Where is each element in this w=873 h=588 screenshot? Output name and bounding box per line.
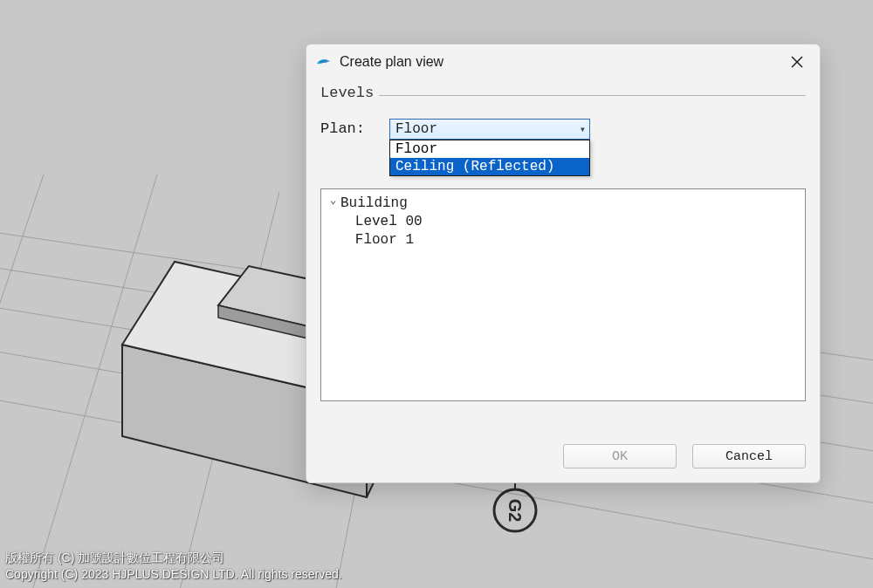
tree-item-floor-1[interactable]: Floor 1 <box>330 231 796 250</box>
grid-marker-label: G2 <box>505 499 525 523</box>
levels-fieldset: Levels Plan: Floor ▾ Floor Ceiling (Refl… <box>320 95 806 401</box>
tree-root-label: Building <box>340 195 408 211</box>
tree-item-level-00[interactable]: Level 00 <box>330 213 796 231</box>
caret-down-icon[interactable] <box>330 195 340 213</box>
ok-button[interactable]: OK <box>563 444 677 468</box>
dialog-titlebar[interactable]: Create plan view <box>306 44 820 79</box>
app-icon <box>315 53 333 71</box>
dialog-button-row: OK Cancel <box>306 428 820 482</box>
chevron-down-icon: ▾ <box>580 123 586 136</box>
levels-tree[interactable]: Building Level 00 Floor 1 <box>320 188 806 401</box>
dialog-title: Create plan view <box>340 54 778 70</box>
close-icon <box>791 56 803 68</box>
plan-type-selected: Floor <box>395 121 437 137</box>
cancel-button[interactable]: Cancel <box>692 444 806 468</box>
create-plan-view-dialog: Create plan view Levels Plan: Floor ▾ <box>306 44 821 483</box>
tree-root-building[interactable]: Building <box>330 195 796 213</box>
plan-option-ceiling-reflected[interactable]: Ceiling (Reflected) <box>390 158 589 175</box>
plan-type-combobox[interactable]: Floor ▾ <box>389 119 590 140</box>
levels-legend: Levels <box>320 85 379 101</box>
plan-option-floor[interactable]: Floor <box>390 140 589 158</box>
close-button[interactable] <box>778 48 816 76</box>
plan-type-dropdown-list: Floor Ceiling (Reflected) <box>389 140 590 176</box>
plan-label: Plan: <box>320 119 365 137</box>
app-viewport: G2 Create plan view Levels <box>0 0 873 588</box>
